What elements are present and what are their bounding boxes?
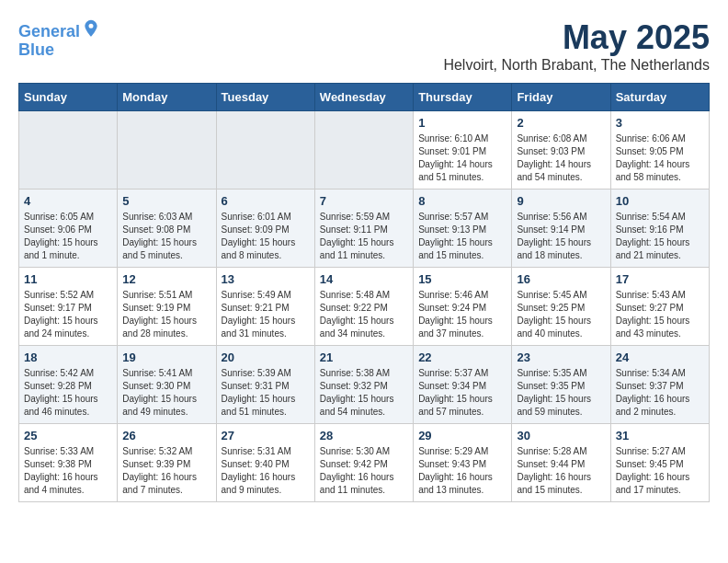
day-number: 7: [320, 194, 408, 208]
week-row-3: 18Sunrise: 5:42 AM Sunset: 9:28 PM Dayli…: [19, 346, 710, 424]
day-info: Sunrise: 6:06 AM Sunset: 9:05 PM Dayligh…: [616, 132, 704, 184]
week-row-4: 25Sunrise: 5:33 AM Sunset: 9:38 PM Dayli…: [19, 424, 710, 502]
day-info: Sunrise: 5:49 AM Sunset: 9:21 PM Dayligh…: [222, 289, 310, 340]
day-number: 28: [320, 429, 408, 442]
day-info: Sunrise: 5:28 AM Sunset: 9:44 PM Dayligh…: [517, 445, 605, 497]
calendar-cell: 20Sunrise: 5:39 AM Sunset: 9:31 PM Dayli…: [216, 346, 314, 424]
calendar-cell: 25Sunrise: 5:33 AM Sunset: 9:38 PM Dayli…: [19, 424, 118, 502]
day-info: Sunrise: 5:31 AM Sunset: 9:40 PM Dayligh…: [222, 445, 310, 497]
day-number: 4: [24, 194, 112, 208]
day-info: Sunrise: 5:51 AM Sunset: 9:19 PM Dayligh…: [122, 289, 210, 340]
calendar-cell: 31Sunrise: 5:27 AM Sunset: 9:45 PM Dayli…: [610, 424, 709, 502]
day-number: 15: [418, 272, 506, 286]
calendar-cell: 28Sunrise: 5:30 AM Sunset: 9:42 PM Dayli…: [314, 424, 413, 502]
day-number: 24: [616, 350, 704, 364]
day-header-sunday: Sunday: [19, 84, 118, 111]
day-number: 17: [616, 272, 704, 286]
day-number: 13: [222, 272, 310, 286]
day-info: Sunrise: 5:57 AM Sunset: 9:13 PM Dayligh…: [418, 211, 506, 262]
month-title: May 2025: [443, 18, 710, 57]
day-info: Sunrise: 5:52 AM Sunset: 9:17 PM Dayligh…: [24, 289, 112, 340]
day-info: Sunrise: 6:10 AM Sunset: 9:01 PM Dayligh…: [418, 132, 506, 184]
calendar-cell: 30Sunrise: 5:28 AM Sunset: 9:44 PM Dayli…: [512, 424, 610, 502]
day-number: 21: [320, 350, 408, 364]
day-header-friday: Friday: [512, 84, 610, 111]
day-info: Sunrise: 5:39 AM Sunset: 9:31 PM Dayligh…: [222, 367, 310, 419]
calendar-cell: 14Sunrise: 5:48 AM Sunset: 9:22 PM Dayli…: [314, 268, 413, 346]
calendar-cell: [19, 111, 118, 190]
calendar-cell: [216, 111, 314, 190]
calendar-cell: 11Sunrise: 5:52 AM Sunset: 9:17 PM Dayli…: [19, 268, 118, 346]
day-info: Sunrise: 5:32 AM Sunset: 9:39 PM Dayligh…: [122, 445, 210, 497]
day-number: 6: [222, 194, 310, 208]
calendar-cell: 5Sunrise: 6:03 AM Sunset: 9:08 PM Daylig…: [118, 190, 216, 268]
day-number: 11: [24, 272, 112, 286]
day-number: 23: [517, 350, 605, 364]
calendar-cell: 18Sunrise: 5:42 AM Sunset: 9:28 PM Dayli…: [19, 346, 118, 424]
calendar-cell: 27Sunrise: 5:31 AM Sunset: 9:40 PM Dayli…: [216, 424, 314, 502]
title-section: May 2025 Helvoirt, North Brabant, The Ne…: [443, 18, 710, 74]
day-info: Sunrise: 6:08 AM Sunset: 9:03 PM Dayligh…: [517, 132, 605, 184]
logo: General Blue: [18, 18, 100, 60]
day-info: Sunrise: 5:42 AM Sunset: 9:28 PM Dayligh…: [24, 367, 112, 419]
calendar-table: SundayMondayTuesdayWednesdayThursdayFrid…: [18, 83, 710, 502]
day-info: Sunrise: 5:33 AM Sunset: 9:38 PM Dayligh…: [24, 445, 112, 497]
calendar-cell: 4Sunrise: 6:05 AM Sunset: 9:06 PM Daylig…: [19, 190, 118, 268]
day-info: Sunrise: 5:37 AM Sunset: 9:34 PM Dayligh…: [418, 367, 506, 419]
calendar-cell: 3Sunrise: 6:06 AM Sunset: 9:05 PM Daylig…: [610, 111, 709, 190]
calendar-cell: [314, 111, 413, 190]
calendar-cell: 26Sunrise: 5:32 AM Sunset: 9:39 PM Dayli…: [118, 424, 216, 502]
day-number: 14: [320, 272, 408, 286]
day-info: Sunrise: 6:01 AM Sunset: 9:09 PM Dayligh…: [222, 211, 310, 262]
calendar-cell: 10Sunrise: 5:54 AM Sunset: 9:16 PM Dayli…: [610, 190, 709, 268]
calendar-cell: 7Sunrise: 5:59 AM Sunset: 9:11 PM Daylig…: [314, 190, 413, 268]
day-number: 20: [222, 350, 310, 364]
day-header-thursday: Thursday: [414, 84, 512, 111]
calendar-cell: 6Sunrise: 6:01 AM Sunset: 9:09 PM Daylig…: [216, 190, 314, 268]
calendar-cell: 24Sunrise: 5:34 AM Sunset: 9:37 PM Dayli…: [610, 346, 709, 424]
day-info: Sunrise: 5:46 AM Sunset: 9:24 PM Dayligh…: [418, 289, 506, 340]
day-number: 10: [616, 194, 704, 208]
day-info: Sunrise: 5:59 AM Sunset: 9:11 PM Dayligh…: [320, 211, 408, 262]
logo-subtext: Blue: [18, 41, 100, 60]
day-number: 5: [122, 194, 210, 208]
day-header-monday: Monday: [118, 84, 216, 111]
day-number: 18: [24, 350, 112, 364]
day-number: 2: [517, 116, 605, 130]
logo-text: General: [18, 18, 100, 41]
calendar-cell: 8Sunrise: 5:57 AM Sunset: 9:13 PM Daylig…: [414, 190, 512, 268]
day-info: Sunrise: 5:27 AM Sunset: 9:45 PM Dayligh…: [616, 445, 704, 497]
day-info: Sunrise: 5:38 AM Sunset: 9:32 PM Dayligh…: [320, 367, 408, 419]
calendar-cell: 15Sunrise: 5:46 AM Sunset: 9:24 PM Dayli…: [414, 268, 512, 346]
calendar-cell: 16Sunrise: 5:45 AM Sunset: 9:25 PM Dayli…: [512, 268, 610, 346]
day-info: Sunrise: 5:54 AM Sunset: 9:16 PM Dayligh…: [616, 211, 704, 262]
calendar-cell: 1Sunrise: 6:10 AM Sunset: 9:01 PM Daylig…: [414, 111, 512, 190]
day-header-tuesday: Tuesday: [216, 84, 314, 111]
day-number: 19: [122, 350, 210, 364]
week-row-2: 11Sunrise: 5:52 AM Sunset: 9:17 PM Dayli…: [19, 268, 710, 346]
calendar-cell: 22Sunrise: 5:37 AM Sunset: 9:34 PM Dayli…: [414, 346, 512, 424]
day-info: Sunrise: 5:45 AM Sunset: 9:25 PM Dayligh…: [517, 289, 605, 340]
day-info: Sunrise: 5:43 AM Sunset: 9:27 PM Dayligh…: [616, 289, 704, 340]
day-header-wednesday: Wednesday: [314, 84, 413, 111]
day-info: Sunrise: 6:03 AM Sunset: 9:08 PM Dayligh…: [122, 211, 210, 262]
calendar-cell: 19Sunrise: 5:41 AM Sunset: 9:30 PM Dayli…: [118, 346, 216, 424]
day-number: 29: [418, 429, 506, 442]
day-info: Sunrise: 5:30 AM Sunset: 9:42 PM Dayligh…: [320, 445, 408, 497]
day-info: Sunrise: 5:48 AM Sunset: 9:22 PM Dayligh…: [320, 289, 408, 340]
week-row-0: 1Sunrise: 6:10 AM Sunset: 9:01 PM Daylig…: [19, 111, 710, 190]
day-number: 9: [517, 194, 605, 208]
calendar-cell: 9Sunrise: 5:56 AM Sunset: 9:14 PM Daylig…: [512, 190, 610, 268]
day-number: 3: [616, 116, 704, 130]
day-number: 8: [418, 194, 506, 208]
calendar-cell: 21Sunrise: 5:38 AM Sunset: 9:32 PM Dayli…: [314, 346, 413, 424]
week-row-1: 4Sunrise: 6:05 AM Sunset: 9:06 PM Daylig…: [19, 190, 710, 268]
calendar-header-row: SundayMondayTuesdayWednesdayThursdayFrid…: [19, 84, 710, 111]
day-info: Sunrise: 5:56 AM Sunset: 9:14 PM Dayligh…: [517, 211, 605, 262]
calendar-cell: 29Sunrise: 5:29 AM Sunset: 9:43 PM Dayli…: [414, 424, 512, 502]
day-number: 25: [24, 429, 112, 442]
calendar-cell: 23Sunrise: 5:35 AM Sunset: 9:35 PM Dayli…: [512, 346, 610, 424]
day-number: 16: [517, 272, 605, 286]
day-number: 30: [517, 429, 605, 442]
calendar-cell: 2Sunrise: 6:08 AM Sunset: 9:03 PM Daylig…: [512, 111, 610, 190]
